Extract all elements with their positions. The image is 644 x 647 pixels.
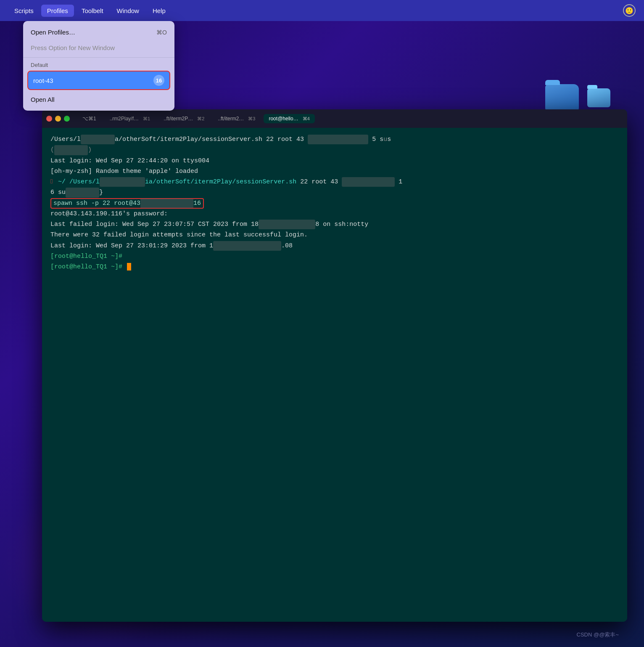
term-line-password: root@43.143.190.116's password: bbox=[50, 209, 619, 219]
tab-4-text: ..ft/iterm2… bbox=[218, 116, 244, 122]
tab-4[interactable]: ..ft/iterm2… ⌘3 bbox=[213, 114, 260, 123]
open-profiles-shortcut: ⌘O bbox=[156, 29, 167, 36]
close-button[interactable] bbox=[46, 116, 52, 122]
menu-window[interactable]: Window bbox=[111, 5, 145, 17]
ssh-args: 22 root 43 bbox=[300, 178, 338, 186]
maximize-button[interactable] bbox=[64, 116, 70, 122]
open-all-item[interactable]: Open All bbox=[23, 92, 174, 107]
term-line-failed1: Last failed login: Wed Sep 27 23:07:57 C… bbox=[50, 220, 619, 229]
blurred-6 bbox=[259, 220, 315, 229]
term-line-prompt2: [root@hello_TQ1 ~]# bbox=[50, 262, 619, 272]
profile-item-root[interactable]: root-43 16 bbox=[27, 71, 170, 90]
term-line-1: /Users/l a/otherSoft/iterm2Play/sessionS… bbox=[50, 135, 619, 144]
profile-name: root-43 bbox=[33, 77, 53, 84]
term-line-2: Last login: Wed Sep 27 22:44:20 on ttys0… bbox=[50, 156, 619, 166]
terminal-cursor bbox=[127, 263, 131, 270]
tab-2[interactable]: ..rm2Play/f… ⌘1 bbox=[105, 114, 155, 123]
tab-bar: ⌥⌘1 ..rm2Play/f… ⌘1 ..ft/iterm2P… ⌘2 ..f… bbox=[42, 109, 627, 128]
dropdown-section-default: Default bbox=[23, 59, 174, 69]
blurred-7 bbox=[213, 241, 281, 251]
tab-5-text: root@hello… bbox=[269, 116, 298, 122]
blurred-3 bbox=[100, 177, 145, 187]
menu-scripts[interactable]: Scripts bbox=[8, 5, 40, 17]
open-all-label: Open All bbox=[31, 96, 55, 103]
open-profiles-label: Open Profiles… bbox=[31, 29, 75, 36]
dropdown-separator-1 bbox=[23, 57, 174, 58]
tab-4-shortcut: ⌘3 bbox=[248, 116, 255, 122]
terminal-content: /Users/l a/otherSoft/iterm2Play/sessionS… bbox=[42, 128, 627, 622]
menu-toolbelt[interactable]: Toolbelt bbox=[76, 5, 109, 17]
desktop-folder-area bbox=[545, 84, 610, 111]
tab-1-label: ⌥⌘1 bbox=[82, 116, 96, 122]
num-end: 1 bbox=[399, 178, 402, 186]
tab-5-active[interactable]: root@hello… ⌘4 bbox=[264, 114, 314, 123]
tab-3-shortcut: ⌘2 bbox=[197, 116, 204, 122]
traffic-lights bbox=[46, 116, 70, 122]
term-line-lastlogin: Last login: Wed Sep 27 23:01:29 2023 fro… bbox=[50, 241, 619, 251]
tab-3[interactable]: ..ft/iterm2P… ⌘2 bbox=[158, 114, 209, 123]
folder-icon-small bbox=[587, 88, 610, 107]
watermark: CSDN @@索丰~ bbox=[577, 631, 619, 639]
blurred-5 bbox=[66, 188, 99, 197]
blurred-spawn bbox=[140, 199, 193, 208]
tab-2-text: ..rm2Play/f… bbox=[110, 116, 139, 122]
profiles-dropdown: Open Profiles… ⌘O Press Option for New W… bbox=[23, 21, 174, 111]
blurred-4 bbox=[342, 177, 395, 187]
blurred-2 bbox=[54, 145, 88, 155]
blurred-1 bbox=[81, 135, 115, 144]
press-option-item: Press Option for New Window bbox=[23, 40, 174, 56]
term-line-prompt1: [root@hello_TQ1 ~]# bbox=[50, 252, 619, 261]
tab-2-shortcut: ⌘1 bbox=[143, 116, 150, 122]
path-suffix: ia/otherSoft/iterm2Play/sessionServer.sh bbox=[145, 178, 296, 186]
folder-icon-large bbox=[545, 84, 579, 111]
apple-symbol:  bbox=[50, 178, 54, 186]
blurred-ip-1 bbox=[308, 135, 368, 144]
spawn-command-highlight: spawn ssh -p 22 root@43 16 bbox=[50, 198, 204, 209]
minimize-button[interactable] bbox=[55, 116, 61, 122]
menu-bar: Scripts Profiles Toolbelt Window Help 🙂 bbox=[0, 0, 644, 21]
tab-1[interactable]: ⌥⌘1 bbox=[77, 114, 101, 123]
iterm-window: ⌥⌘1 ..rm2Play/f… ⌘1 ..ft/iterm2P… ⌘2 ..f… bbox=[42, 109, 627, 622]
term-line-3: [oh-my-zsh] Random theme 'apple' loaded bbox=[50, 167, 619, 176]
term-line-1b: ( ) bbox=[50, 145, 619, 155]
term-line-5: 6 su } bbox=[50, 188, 619, 197]
menu-right-area: 🙂 bbox=[623, 4, 636, 17]
term-line-failed2: There were 32 failed login attempts sinc… bbox=[50, 230, 619, 240]
term-line-spawn: spawn ssh -p 22 root@43 16 bbox=[50, 199, 619, 208]
menu-profiles[interactable]: Profiles bbox=[41, 5, 74, 17]
tab-3-text: ..ft/iterm2P… bbox=[164, 116, 193, 122]
open-profiles-item[interactable]: Open Profiles… ⌘O bbox=[23, 24, 174, 40]
term-line-4:  ~/ /Users/l ia/otherSoft/iterm2Play/se… bbox=[50, 177, 619, 187]
tilde-prefix: ~/ /Users/l bbox=[58, 178, 100, 186]
press-option-label: Press Option for New Window bbox=[31, 44, 115, 51]
tab-5-shortcut: ⌘4 bbox=[303, 116, 310, 122]
smiley-icon[interactable]: 🙂 bbox=[623, 4, 636, 17]
profile-badge: 16 bbox=[153, 75, 164, 86]
menu-help[interactable]: Help bbox=[147, 5, 172, 17]
